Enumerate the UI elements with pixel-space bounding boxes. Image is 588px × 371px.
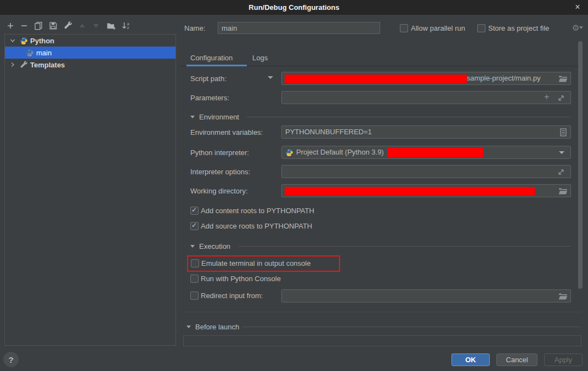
- name-input[interactable]: [218, 22, 380, 34]
- python-icon: [20, 37, 28, 45]
- tree-item-templates[interactable]: Templates: [5, 59, 176, 71]
- add-content-roots-checkbox[interactable]: [190, 207, 199, 215]
- dialog-title: Run/Debug Configurations: [248, 3, 339, 12]
- redaction-bar: [387, 148, 483, 157]
- python-icon: [285, 149, 293, 157]
- chevron-down-icon: [9, 37, 16, 44]
- folder-plus-icon: [106, 21, 116, 30]
- redirect-input-field[interactable]: [281, 289, 571, 302]
- store-as-project-file-checkbox[interactable]: [477, 24, 485, 32]
- move-down-button[interactable]: [92, 21, 100, 30]
- run-with-python-console-label: Run with Python Console: [201, 275, 281, 283]
- tree-item-label: Templates: [30, 61, 65, 69]
- combo-dropdown-icon[interactable]: [559, 151, 564, 154]
- allow-parallel-run-label: Allow parallel run: [411, 24, 465, 32]
- help-button[interactable]: ?: [3, 352, 19, 367]
- save-icon: [49, 21, 58, 30]
- redirect-input-label: Redirect input from:: [201, 292, 263, 300]
- working-directory-label: Working directory:: [190, 187, 248, 195]
- script-path-value: sample-project/main.py: [467, 74, 540, 82]
- plus-icon: [6, 21, 15, 30]
- close-icon[interactable]: ×: [572, 1, 584, 13]
- svg-text:z: z: [127, 26, 129, 30]
- parameters-label: Parameters:: [190, 94, 229, 102]
- script-path-field[interactable]: sample-project/main.py: [281, 72, 571, 85]
- interpreter-options-field[interactable]: [281, 165, 571, 178]
- add-source-roots-label: Add source roots to PYTHONPATH: [201, 222, 312, 230]
- cancel-button[interactable]: Cancel: [496, 353, 538, 366]
- redirect-input-checkbox[interactable]: [190, 292, 199, 300]
- tree-item-python[interactable]: Python: [5, 35, 176, 47]
- redaction-bar: [285, 187, 535, 196]
- before-launch-collapse-icon[interactable]: [186, 326, 191, 328]
- copy-configuration-button[interactable]: [34, 21, 43, 30]
- move-up-button[interactable]: [78, 21, 87, 30]
- gear-icon[interactable]: ⚙: [572, 24, 583, 32]
- sort-configurations-button[interactable]: az: [121, 21, 130, 30]
- remove-configuration-button[interactable]: [20, 21, 29, 30]
- sort-az-icon: az: [121, 21, 131, 30]
- add-configuration-button[interactable]: [6, 21, 15, 30]
- run-debug-configurations-dialog: Run/Debug Configurations × az Python: [0, 0, 588, 371]
- edit-templates-button[interactable]: [64, 21, 72, 30]
- working-directory-field[interactable]: [281, 184, 571, 197]
- chevron-right-icon: [9, 61, 16, 68]
- active-tab-indicator: [186, 65, 247, 66]
- run-with-python-console-checkbox[interactable]: [190, 275, 199, 283]
- tree-item-main[interactable]: main: [5, 47, 176, 59]
- arrow-up-icon: [78, 21, 87, 30]
- python-interpreter-label: Python interpreter:: [190, 149, 249, 157]
- expand-field-icon[interactable]: [557, 168, 565, 176]
- environment-variables-field[interactable]: PYTHONUNBUFFERED=1: [281, 125, 571, 139]
- parameters-field[interactable]: +: [281, 91, 571, 104]
- browse-folder-icon[interactable]: [558, 75, 568, 83]
- new-folder-button[interactable]: [106, 21, 115, 30]
- section-divider: [243, 327, 580, 327]
- add-content-roots-label: Add content roots to PYTHONPATH: [201, 207, 314, 215]
- add-source-roots-checkbox[interactable]: [190, 222, 199, 230]
- emulate-terminal-checkbox[interactable]: [191, 259, 199, 267]
- execution-collapse-icon[interactable]: [190, 245, 195, 248]
- ok-button[interactable]: OK: [451, 353, 490, 366]
- wrench-icon: [64, 21, 72, 30]
- environment-variables-value: PYTHONUNBUFFERED=1: [285, 128, 372, 136]
- section-divider: [239, 246, 570, 247]
- before-launch-section-title: Before launch: [195, 323, 239, 331]
- panel-divider: [183, 312, 581, 312]
- python-script-icon: [26, 49, 34, 57]
- emulate-terminal-label: Emulate terminal in output console: [201, 259, 310, 267]
- python-interpreter-combo[interactable]: Project Default (Python 3.9): [281, 146, 571, 159]
- dialog-titlebar: Run/Debug Configurations ×: [0, 0, 588, 15]
- section-divider: [247, 117, 570, 117]
- environment-variables-label: Environment variables:: [190, 128, 263, 136]
- tab-configuration[interactable]: Configuration: [190, 54, 233, 62]
- expand-field-icon[interactable]: [557, 94, 565, 102]
- python-interpreter-value: Project Default (Python 3.9): [296, 148, 384, 156]
- redaction-bar: [285, 75, 467, 83]
- tree-item-label: main: [36, 49, 52, 57]
- save-configuration-button[interactable]: [49, 21, 58, 30]
- minus-icon: [20, 21, 29, 30]
- help-icon: ?: [8, 355, 13, 364]
- configurations-tree: Python main Templates: [4, 34, 176, 346]
- vertical-scrollbar[interactable]: [578, 41, 583, 289]
- browse-folder-icon[interactable]: [558, 293, 568, 300]
- store-as-project-file-label: Store as project file: [488, 24, 549, 32]
- tree-item-label: Python: [30, 37, 54, 45]
- environment-collapse-icon[interactable]: [190, 116, 195, 118]
- execution-section-title: Execution: [199, 242, 230, 250]
- edit-variables-icon[interactable]: [560, 128, 567, 136]
- environment-section-title: Environment: [199, 113, 239, 121]
- tab-logs[interactable]: Logs: [252, 54, 268, 62]
- script-path-label: Script path:: [190, 75, 227, 83]
- script-path-dropdown-icon[interactable]: [268, 76, 273, 79]
- apply-button[interactable]: Apply: [544, 353, 583, 366]
- add-macro-icon[interactable]: +: [544, 92, 549, 102]
- browse-folder-icon[interactable]: [558, 187, 568, 195]
- wrench-icon: [20, 61, 28, 69]
- allow-parallel-run-checkbox[interactable]: [400, 24, 408, 32]
- arrow-down-icon: [92, 21, 100, 30]
- before-launch-task-list[interactable]: [183, 335, 581, 346]
- interpreter-options-label: Interpreter options:: [190, 168, 250, 176]
- copy-icon: [34, 21, 43, 30]
